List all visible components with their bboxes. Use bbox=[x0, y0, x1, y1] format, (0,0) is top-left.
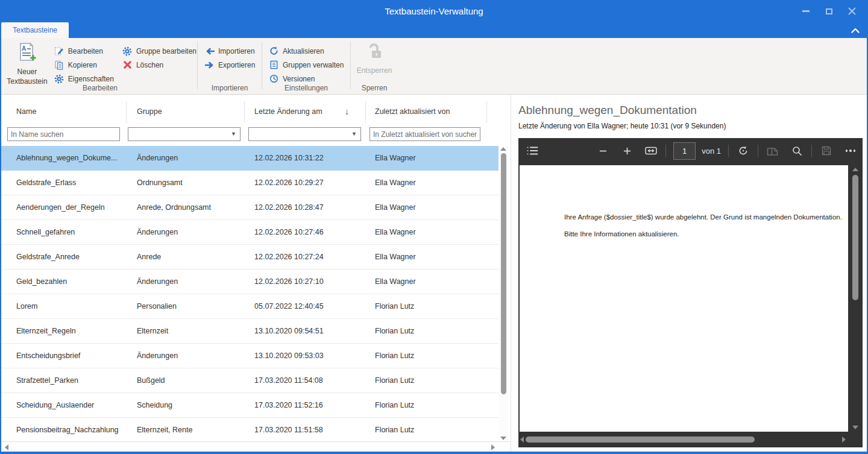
cell-updated-by: Florian Lutz bbox=[375, 344, 414, 368]
tab-textbausteine[interactable]: Textbausteine bbox=[1, 22, 69, 38]
table-row[interactable]: Geld_bezahlen Änderungen 12.02.2026 10:2… bbox=[1, 270, 498, 294]
gruppe-bearbeiten-button[interactable]: Gruppe bearbeiten bbox=[122, 44, 197, 58]
app-window: Textbaustein-Verwaltung Textbausteine A bbox=[0, 0, 868, 454]
scroll-up-icon[interactable] bbox=[852, 168, 858, 171]
column-header-updated-by[interactable]: Zuletzt aktualisiert von bbox=[375, 99, 450, 124]
unlock-icon bbox=[364, 42, 385, 65]
rotate-button[interactable] bbox=[737, 142, 750, 159]
table-row[interactable]: Entscheidungsbrief Änderungen 13.10.2020… bbox=[1, 344, 498, 368]
scroll-down-icon[interactable] bbox=[852, 426, 858, 429]
table-row[interactable]: Geldstrafe_Anrede Anrede 12.02.2026 10:2… bbox=[1, 245, 498, 270]
pdf-horizontal-scrollbar[interactable] bbox=[518, 432, 863, 447]
zoom-out-button[interactable] bbox=[596, 142, 609, 159]
bearbeiten-button[interactable]: Bearbeiten bbox=[54, 44, 114, 58]
two-pages-icon bbox=[767, 146, 779, 156]
document-text-line: Bitte Ihre Informationen aktualisieren. bbox=[564, 230, 679, 238]
search-button[interactable] bbox=[790, 142, 804, 159]
plus-icon bbox=[623, 147, 632, 156]
cell-updated-by: Ella Wagner bbox=[375, 220, 416, 245]
pdf-content: Ihre Anfrage ($dossier_title$) wurde abg… bbox=[518, 163, 863, 432]
cell-name: Elternzeit_Regeln bbox=[16, 319, 76, 344]
save-button[interactable] bbox=[820, 142, 833, 159]
group-label-einstellungen: Einstellungen bbox=[263, 84, 350, 92]
group-label-sperren: Sperren bbox=[351, 84, 397, 92]
cell-changed: 12.02.2026 10:29:27 bbox=[254, 171, 324, 195]
table-row[interactable]: Schnell_gefahren Änderungen 12.02.2026 1… bbox=[1, 220, 498, 245]
entsperren-button[interactable]: Entsperren bbox=[351, 38, 397, 76]
scroll-right-icon[interactable] bbox=[842, 437, 846, 443]
cell-gruppe: Anrede, Ordnungsamt bbox=[137, 195, 211, 220]
toc-button[interactable] bbox=[526, 142, 539, 159]
detail-subtitle: Letzte Änderung von Ella Wagner; heute 1… bbox=[518, 121, 867, 131]
scrollbar-thumb[interactable] bbox=[852, 175, 858, 300]
details-panel: Ablehnung_wegen_Dokumentation Letzte Änd… bbox=[511, 95, 867, 452]
cell-changed: 12.02.2026 10:28:47 bbox=[254, 195, 324, 220]
importieren-button[interactable]: Importieren bbox=[204, 44, 261, 58]
cell-name: Pensionsbeitrag_Nachzahlung bbox=[16, 418, 119, 442]
clock-icon bbox=[269, 74, 279, 84]
zoom-in-button[interactable] bbox=[620, 142, 634, 159]
ribbon-collapse-button[interactable] bbox=[848, 24, 863, 36]
column-header-changed[interactable]: Letzte Änderung am bbox=[254, 99, 322, 124]
gruppe-filter-dropdown[interactable]: ▼ bbox=[128, 127, 241, 141]
table-row[interactable]: Lorem Personalien 05.07.2022 12:40:45 Fl… bbox=[1, 294, 498, 319]
group-label-bearbeiten: Bearbeiten bbox=[4, 84, 197, 92]
table-horizontal-scrollbar[interactable] bbox=[1, 441, 511, 452]
gear-icon bbox=[122, 46, 133, 56]
scroll-down-icon[interactable] bbox=[500, 437, 506, 440]
minimize-icon bbox=[802, 10, 810, 12]
table-row[interactable]: Strafzettel_Parken Bußgeld 17.03.2020 11… bbox=[1, 368, 498, 393]
gruppen-verwalten-button[interactable]: Gruppen verwalten bbox=[269, 58, 350, 72]
table-row[interactable]: Elternzeit_Regeln Elternzeit 13.10.2020 … bbox=[1, 319, 498, 344]
cell-updated-by: Ella Wagner bbox=[375, 146, 416, 171]
ribbon: A Neuer Textbaustein B bbox=[1, 38, 867, 95]
rotate-icon bbox=[738, 145, 749, 156]
column-header-name[interactable]: Name bbox=[16, 99, 36, 124]
cell-name: Aenderungen_der_Regeln bbox=[16, 195, 105, 220]
save-icon bbox=[822, 146, 831, 156]
cell-updated-by: Ella Wagner bbox=[375, 245, 416, 270]
cell-gruppe: Anrede bbox=[137, 245, 161, 270]
scroll-left-icon[interactable] bbox=[5, 444, 8, 450]
delete-x-icon bbox=[122, 60, 133, 70]
table-row[interactable]: Scheidung_Auslaender Scheidung 17.03.202… bbox=[1, 393, 498, 418]
scrollbar-thumb[interactable] bbox=[501, 153, 506, 394]
scrollbar-thumb[interactable] bbox=[526, 437, 755, 443]
column-header-gruppe[interactable]: Gruppe bbox=[137, 99, 162, 124]
ribbon-group-einstellungen: Aktualisieren Gruppen verwalten Versione… bbox=[263, 38, 350, 94]
maximize-button[interactable] bbox=[817, 0, 840, 22]
svg-text:A: A bbox=[22, 45, 26, 52]
close-button[interactable] bbox=[840, 0, 863, 22]
scroll-left-icon[interactable] bbox=[520, 437, 524, 443]
entsperren-label: Entsperren bbox=[357, 66, 392, 76]
cell-changed: 13.10.2020 09:54:51 bbox=[254, 319, 324, 344]
chevron-down-icon: ▼ bbox=[231, 128, 236, 140]
updated-by-filter-input[interactable] bbox=[370, 127, 480, 141]
kopieren-button[interactable]: Kopieren bbox=[54, 58, 114, 72]
scroll-right-icon[interactable] bbox=[491, 444, 495, 450]
table-vertical-scrollbar[interactable] bbox=[499, 146, 508, 441]
changed-filter-dropdown[interactable]: ▼ bbox=[248, 127, 361, 141]
fit-width-button[interactable] bbox=[644, 142, 658, 159]
chevron-up-icon bbox=[851, 25, 860, 36]
page-number-input[interactable] bbox=[673, 142, 696, 160]
exportieren-button[interactable]: Exportieren bbox=[204, 58, 261, 72]
table-row[interactable]: Aenderungen_der_Regeln Anrede, Ordnungsa… bbox=[1, 195, 498, 220]
more-options-button[interactable] bbox=[844, 142, 857, 159]
table-row[interactable]: Geldstrafe_Erlass Ordnungsamt 12.02.2026… bbox=[1, 171, 498, 195]
window-title: Textbaustein-Verwaltung bbox=[0, 0, 868, 22]
page-view-button[interactable] bbox=[766, 142, 779, 159]
table-header: Name Gruppe Letzte Änderung am ↓ Zuletzt… bbox=[1, 99, 498, 124]
scroll-up-icon[interactable] bbox=[500, 147, 506, 151]
cell-gruppe: Änderungen bbox=[137, 220, 178, 245]
tab-label: Textbausteine bbox=[13, 26, 57, 34]
name-filter-input[interactable] bbox=[7, 127, 120, 141]
loeschen-button[interactable]: Löschen bbox=[122, 58, 197, 72]
aktualisieren-button[interactable]: Aktualisieren bbox=[269, 44, 350, 58]
minimize-button[interactable] bbox=[794, 0, 817, 22]
table-row[interactable]: Pensionsbeitrag_Nachzahlung Elternzeit, … bbox=[1, 418, 498, 442]
group-label-importieren: Importieren bbox=[198, 84, 261, 92]
pdf-vertical-scrollbar[interactable] bbox=[849, 165, 863, 432]
table-row[interactable]: Ablehnung_wegen_Dokume... Änderungen 12.… bbox=[1, 146, 498, 171]
cell-gruppe: Elternzeit, Rente bbox=[137, 418, 192, 442]
